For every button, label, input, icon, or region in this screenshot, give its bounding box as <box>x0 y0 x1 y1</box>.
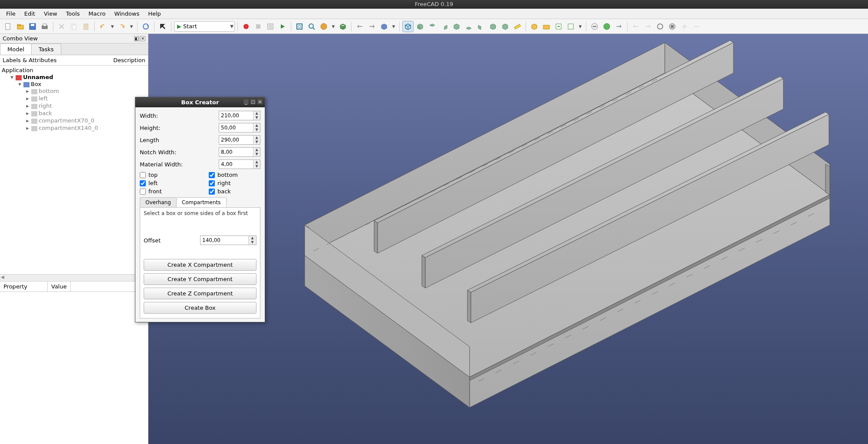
height-field[interactable] <box>219 123 253 132</box>
redo-dropdown-button[interactable]: ▼ <box>128 21 135 32</box>
fit-selection-button[interactable] <box>306 21 317 32</box>
notch-input[interactable]: ▲▼ <box>219 147 260 157</box>
web-reload-button[interactable] <box>654 21 666 32</box>
tree-doc[interactable]: ▾Unnamed ▾Box ▸bottom ▸left ▸right ▸back… <box>10 73 148 133</box>
link-make-button[interactable] <box>553 21 564 32</box>
view-left-button[interactable] <box>475 21 487 32</box>
menu-windows[interactable]: Windows <box>111 10 143 18</box>
draw-style-button[interactable] <box>318 21 329 32</box>
top-checkbox[interactable]: top <box>140 172 191 178</box>
nav-fwd-button[interactable]: → <box>366 21 378 32</box>
menu-view[interactable]: View <box>40 10 61 18</box>
menu-macro[interactable]: Macro <box>85 10 109 18</box>
link-actions-button[interactable] <box>565 21 576 32</box>
bottom-check-input[interactable] <box>209 172 215 178</box>
right-check-input[interactable] <box>209 180 215 186</box>
view-iso-button[interactable] <box>402 21 414 32</box>
left-checkbox[interactable]: left <box>140 180 191 186</box>
back-checkbox[interactable]: back <box>209 188 260 195</box>
spin-up-icon[interactable]: ▲ <box>249 236 256 240</box>
tree-item[interactable]: ▸compartmentX140_0 <box>25 124 148 132</box>
menu-file[interactable]: File <box>3 10 19 18</box>
spin-down-icon[interactable]: ▼ <box>253 140 260 144</box>
offset-field[interactable] <box>201 236 248 245</box>
offset-input[interactable]: ▲▼ <box>200 235 256 245</box>
spin-down-icon[interactable]: ▼ <box>253 128 260 132</box>
web-zoomout-button[interactable]: − <box>691 21 702 32</box>
measure-button[interactable] <box>512 21 523 32</box>
web-fwd-button[interactable]: → <box>642 21 654 32</box>
panel-close-icon[interactable]: ✕ <box>140 36 145 41</box>
part-button[interactable] <box>529 21 540 32</box>
workbench-selector[interactable]: ▶ Start ▼ <box>174 21 235 32</box>
spin-down-icon[interactable]: ▼ <box>249 240 256 245</box>
web-home-button[interactable] <box>601 21 612 32</box>
save-doc-button[interactable] <box>27 21 38 32</box>
cut-button[interactable] <box>56 21 67 32</box>
back-check-input[interactable] <box>209 189 215 195</box>
menu-help[interactable]: Help <box>145 10 164 18</box>
left-check-input[interactable] <box>140 180 146 186</box>
dialog-titlebar[interactable]: Box Creator _ □ ✕ <box>135 97 265 107</box>
right-checkbox[interactable]: right <box>209 180 260 186</box>
tree-item[interactable]: ▸bottom <box>25 87 148 95</box>
view-front-button[interactable] <box>414 21 426 32</box>
tree-item[interactable]: ▸compartmentX70_0 <box>25 117 148 124</box>
tree-group[interactable]: ▾Box ▸bottom ▸left ▸right ▸back ▸compart… <box>17 80 148 132</box>
bounding-box-button[interactable] <box>337 21 349 32</box>
width-field[interactable] <box>219 111 253 120</box>
view-rear-button[interactable] <box>451 21 462 32</box>
macro-run-button[interactable] <box>277 21 288 32</box>
material-input[interactable]: ▲▼ <box>219 159 260 169</box>
width-input[interactable]: ▲▼ <box>219 111 260 120</box>
model-tree[interactable]: Application ▾Unnamed ▾Box ▸bottom ▸left … <box>0 66 148 274</box>
print-button[interactable] <box>39 21 50 32</box>
group-button[interactable] <box>541 21 552 32</box>
new-doc-button[interactable] <box>3 21 14 32</box>
box-creator-dialog[interactable]: Box Creator _ □ ✕ Width: ▲▼ Height: ▲▼ L… <box>135 97 265 322</box>
fit-all-button[interactable] <box>294 21 305 32</box>
spin-up-icon[interactable]: ▲ <box>253 160 260 164</box>
macro-stop-button[interactable] <box>253 21 264 32</box>
macro-list-button[interactable] <box>265 21 276 32</box>
spin-down-icon[interactable]: ▼ <box>253 152 260 156</box>
tab-model[interactable]: Model <box>0 43 32 55</box>
paste-button[interactable] <box>80 21 92 32</box>
spin-up-icon[interactable]: ▲ <box>253 148 260 152</box>
draw-style-dropdown[interactable]: ▼ <box>330 21 336 32</box>
link-actions-dropdown[interactable]: ▼ <box>577 21 583 32</box>
undo-dropdown-button[interactable]: ▼ <box>109 21 115 32</box>
spin-up-icon[interactable]: ▲ <box>253 111 260 116</box>
create-x-compartment-button[interactable]: Create X Compartment <box>144 259 256 271</box>
create-z-compartment-button[interactable]: Create Z Compartment <box>144 288 256 299</box>
refresh-button[interactable] <box>140 21 151 32</box>
dialog-close-icon[interactable]: ✕ <box>257 99 263 105</box>
front-checkbox[interactable]: front <box>140 188 191 195</box>
view-bottom-button[interactable] <box>463 21 474 32</box>
web-back-button[interactable]: ← <box>630 21 641 32</box>
link-nav-button[interactable] <box>378 21 390 32</box>
web-zoom-in-button[interactable]: → <box>613 21 625 32</box>
dialog-maximize-icon[interactable]: □ <box>250 99 256 105</box>
tree-item[interactable]: ▸right <box>25 102 148 109</box>
spin-down-icon[interactable]: ▼ <box>253 116 260 120</box>
copy-button[interactable] <box>68 21 79 32</box>
view-rotate-right-button[interactable] <box>500 21 511 32</box>
menu-tools[interactable]: Tools <box>62 10 83 18</box>
spin-up-icon[interactable]: ▲ <box>253 136 260 140</box>
spin-up-icon[interactable]: ▲ <box>253 123 260 128</box>
tree-root[interactable]: Application ▾Unnamed ▾Box ▸bottom ▸left … <box>2 66 148 133</box>
spin-down-icon[interactable]: ▼ <box>253 164 260 169</box>
link-nav-dropdown[interactable]: ▼ <box>391 21 397 32</box>
web-zoom-out-button[interactable] <box>589 21 600 32</box>
undo-button[interactable] <box>97 21 108 32</box>
length-input[interactable]: ▲▼ <box>219 135 260 145</box>
top-check-input[interactable] <box>140 172 146 178</box>
nav-back-button[interactable]: ← <box>354 21 365 32</box>
tab-compartments[interactable]: Compartments <box>176 197 227 207</box>
view-rotate-left-button[interactable] <box>487 21 499 32</box>
menu-edit[interactable]: Edit <box>21 10 39 18</box>
create-y-compartment-button[interactable]: Create Y Compartment <box>144 273 256 285</box>
tree-hscrollbar[interactable] <box>0 274 148 281</box>
redo-button[interactable] <box>116 21 128 32</box>
